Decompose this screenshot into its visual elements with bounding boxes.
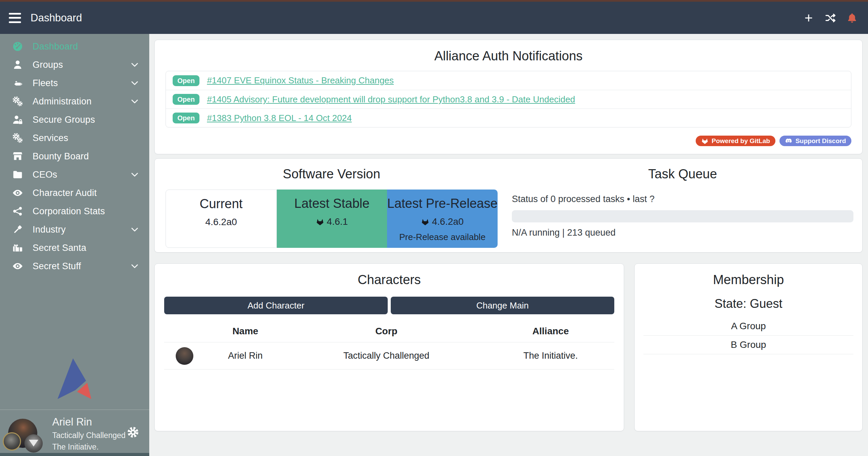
gitlab-icon [421,218,429,226]
task-queue-status: Status of 0 processed tasks • last ? [512,194,853,204]
gears-icon [12,133,23,143]
hammer-icon [12,224,23,235]
store-icon [12,151,23,162]
sidebar-item-corporation-stats[interactable]: Corporation Stats [0,202,149,220]
sidebar-item-secure-groups[interactable]: Secure Groups [0,111,149,129]
notification-item: Open #1405 Advisory: Future development … [166,90,851,108]
version-latest-stable: Latest Stable 4.6.1 [277,190,387,248]
sidebar-item-secret-santa[interactable]: Secret Santa [0,239,149,257]
sidebar-item-dashboard[interactable]: Dashboard [0,37,149,56]
prerelease-note: Pre-Release available [387,232,498,242]
hamburger-icon [9,13,21,15]
main-content: Alliance Auth Notifications Open #1407 E… [149,34,868,456]
sidebar-item-industry[interactable]: Industry [0,220,149,239]
chevron-down-icon [130,79,139,87]
sidebar-item-ceos[interactable]: CEOs [0,165,149,184]
membership-card: Membership State: Guest A Group B Group [634,263,863,431]
eye-icon [12,187,23,198]
chevron-down-icon [130,225,139,234]
sidebar-item-administration[interactable]: Administration [0,92,149,111]
task-queue-counts: N/A running | 213 queued [512,227,853,238]
status-badge: Open [173,94,199,105]
notifications-card: Alliance Auth Notifications Open #1407 E… [154,40,863,154]
notification-link[interactable]: #1405 Advisory: Future development will … [207,94,575,105]
column-header-name: Name [205,319,286,342]
add-character-button[interactable]: Add Character [164,297,388,314]
character-alliance: The Initiative. [487,342,614,370]
user-icon [12,59,23,70]
characters-table: Name Corp Alliance Ariel Rin Tactically … [164,319,614,370]
support-discord-badge[interactable]: Support Discord [779,136,851,146]
list-item: B Group [643,336,853,354]
sidebar-item-character-audit[interactable]: Character Audit [0,184,149,202]
gears-icon [12,96,23,107]
chevron-down-icon [130,97,139,106]
character-corp: Tactically Challenged [286,342,487,370]
user-name: Ariel Rin [52,416,126,428]
discord-icon [785,137,792,145]
page-title: Dashboard [31,12,82,24]
sidebar-toggle-button[interactable] [9,12,22,24]
gitlab-icon [701,137,709,145]
alliance-logo-badge [24,434,43,453]
membership-groups-list: A Group B Group [643,317,853,354]
notifications-list: Open #1407 EVE Equinox Status - Breaking… [166,71,851,127]
sidebar-user-panel: Ariel Rin Tactically Challenged The Init… [0,410,149,456]
user-settings-button[interactable] [127,426,139,438]
bell-icon [846,12,858,24]
user-alliance: The Initiative. [52,442,126,452]
gauge-icon [12,41,23,52]
chevron-down-icon [130,60,139,69]
change-main-button[interactable]: Change Main [391,297,614,314]
software-version-title: Software Version [155,167,508,181]
sidebar-bottom-strip [0,453,149,456]
sidebar-menu: Dashboard Groups Fleets Administration S… [0,34,149,275]
user-lock-icon [12,114,23,125]
sidebar-item-groups[interactable]: Groups [0,56,149,74]
notifications-button[interactable] [846,12,858,24]
character-name: Ariel Rin [205,342,286,370]
list-item: A Group [643,317,853,336]
chevron-down-icon [130,262,139,271]
sidebar-item-fleets[interactable]: Fleets [0,74,149,92]
chevron-down-icon [130,170,139,179]
sidebar-item-secret-stuff[interactable]: Secret Stuff [0,257,149,275]
version-latest-prerelease: Latest Pre-Release 4.6.2a0 Pre-Release a… [387,190,498,248]
share-nodes-icon [12,206,23,217]
notification-link[interactable]: #1407 EVE Equinox Status - Breaking Chan… [207,75,394,86]
notification-link[interactable]: #1383 Python 3.8 EOL - 14 Oct 2024 [207,113,352,123]
add-button[interactable] [803,12,814,24]
eye-icon [12,261,23,272]
gitlab-icon [316,218,324,226]
sidebar-item-services[interactable]: Services [0,129,149,147]
notification-item: Open #1407 EVE Equinox Status - Breaking… [166,71,851,90]
shuffle-button[interactable] [825,12,836,24]
column-header-corp: Corp [286,319,487,342]
status-badge: Open [173,113,199,123]
powered-by-gitlab-badge[interactable]: Powered by GitLab [696,136,775,146]
software-taskqueue-card: Software Version Current 4.6.2a0 Latest … [154,158,863,253]
sidebar-item-bounty-board[interactable]: Bounty Board [0,147,149,165]
sidebar: Dashboard Groups Fleets Administration S… [0,34,149,456]
character-portrait [176,347,193,365]
shuttle-icon [12,78,23,88]
notifications-title: Alliance Auth Notifications [155,49,862,63]
table-row: Ariel Rin Tactically Challenged The Init… [164,342,614,370]
folder-icon [12,169,23,180]
task-queue-title: Task Queue [512,167,853,181]
characters-title: Characters [155,273,624,287]
column-header-alliance: Alliance [487,319,614,342]
user-corporation: Tactically Challenged [52,431,126,440]
navbar-actions [803,12,868,24]
membership-state: State: Guest [635,297,862,311]
plus-icon [803,12,814,24]
corp-logo-badge [3,432,21,451]
task-queue-progressbar [512,210,853,222]
task-queue-section: Task Queue Status of 0 processed tasks •… [508,167,862,252]
software-version-section: Software Version Current 4.6.2a0 Latest … [155,167,508,252]
gear-icon [127,426,139,438]
alliance-auth-dashboard: Dashboard Dashboard Groups Fleets [0,0,868,456]
characters-card: Characters Add Character Change Main Nam… [154,263,624,431]
top-navbar: Dashboard [0,0,868,34]
alliance-auth-logo [54,357,95,400]
